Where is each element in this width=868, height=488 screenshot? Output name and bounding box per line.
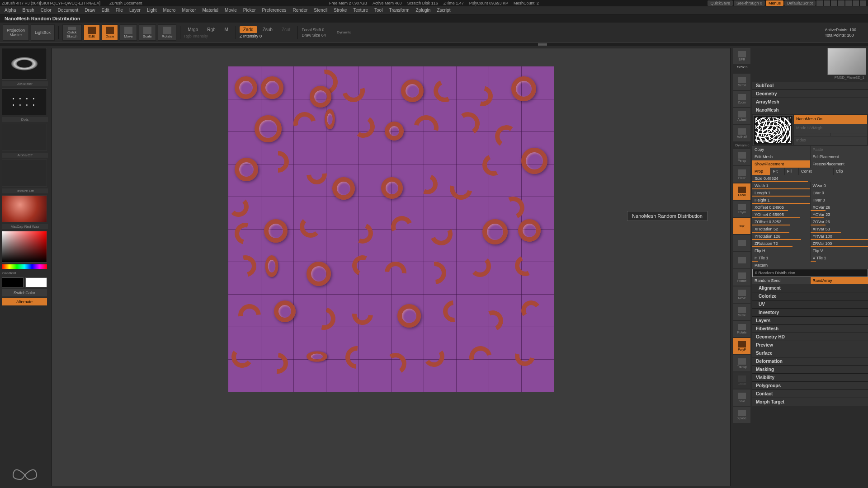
menu-alpha[interactable]: Alpha (2, 7, 19, 14)
draw-button[interactable]: Draw (102, 24, 118, 41)
alternate-button[interactable]: Alternate (2, 298, 47, 305)
editplacement-button[interactable]: EditPlacement (811, 153, 868, 160)
close-icon[interactable] (860, 0, 866, 6)
xovar-slider[interactable]: XOVar 26 (811, 204, 868, 211)
rgb-intensity-slider[interactable]: Rgb Intensity (184, 34, 232, 38)
lvar-slider[interactable]: LVar 0 (811, 189, 868, 197)
zoffset-slider[interactable]: ZOffset 0.3252 (752, 218, 810, 225)
swatch-black[interactable] (2, 277, 24, 287)
showplacement-button[interactable]: ShowPlacement (752, 160, 810, 168)
yrotation-slider[interactable]: YRotation 126 (752, 233, 810, 240)
section-inventory[interactable]: Inventory (752, 309, 868, 317)
minimize-icon[interactable] (845, 0, 852, 6)
ghost-button[interactable]: Ghost (733, 372, 750, 389)
paste-button[interactable]: Paste (811, 146, 868, 153)
rotate-axis-button[interactable] (733, 235, 750, 251)
section-surface[interactable]: Surface (752, 349, 868, 357)
copy-button[interactable]: Copy (752, 146, 810, 153)
material-thumbnail[interactable] (2, 195, 47, 222)
section-polygroups[interactable]: Polygroups (752, 382, 868, 390)
texture-thumbnail[interactable] (2, 160, 47, 187)
section-preview[interactable]: Preview (752, 341, 868, 349)
rotate-button[interactable]: Rotate (158, 24, 177, 41)
zintensity-slider[interactable]: Z Intensity 0 (240, 34, 294, 38)
spix-label[interactable]: SPix 3 (733, 65, 751, 69)
section-fibermesh[interactable]: FiberMesh (752, 325, 868, 333)
zrotation-slider[interactable]: ZRotation 72 (752, 240, 810, 247)
menu-zplugin[interactable]: Zplugin (413, 7, 434, 14)
zoom-button[interactable]: Zoom (733, 91, 750, 107)
menu-material[interactable]: Material (200, 7, 222, 14)
scale-button[interactable]: Scale (139, 24, 156, 41)
menu-tool[interactable]: Tool (372, 7, 385, 14)
window-icon[interactable] (831, 0, 837, 6)
editmesh-button[interactable]: Edit Mesh (752, 153, 810, 160)
menu-macro[interactable]: Macro (160, 7, 179, 14)
alpha-thumbnail[interactable] (2, 124, 47, 151)
section-deformation[interactable]: Deformation (752, 357, 868, 366)
menu-movie[interactable]: Movie (222, 7, 240, 14)
lightbox-button[interactable]: LightBox (31, 24, 55, 41)
menu-transform[interactable]: Transform (386, 7, 412, 14)
prop-tab[interactable]: Prop (752, 168, 770, 175)
hvar-slider[interactable]: HVar 0 (811, 197, 868, 204)
bpr-button[interactable]: BPR (733, 48, 750, 64)
xyz-button[interactable]: Xyz (733, 218, 750, 234)
menu-marker[interactable]: Marker (179, 7, 198, 14)
size-slider[interactable]: Size 0.48524 (752, 175, 868, 182)
random-seed-button[interactable]: Random Seed (752, 277, 810, 284)
window-icon[interactable] (824, 0, 830, 6)
gradient-label[interactable]: Gradient (2, 271, 48, 276)
index-label[interactable]: Index (794, 136, 867, 145)
tool-thumbnail[interactable] (827, 48, 866, 75)
yoffset-slider[interactable]: YOffset 0.65995 (752, 211, 810, 218)
solo-button[interactable]: Solo (733, 389, 750, 406)
randarray-button[interactable]: RandArray (811, 277, 868, 284)
m-tab[interactable]: M (221, 26, 232, 33)
nanomesh-thumbnail[interactable] (753, 115, 793, 145)
window-icon[interactable] (838, 0, 844, 6)
menu-render[interactable]: Render (290, 7, 311, 14)
section-subtool[interactable]: SubTool (752, 82, 868, 90)
menu-texture[interactable]: Texture (350, 7, 371, 14)
edit-button[interactable]: Edit (84, 24, 100, 41)
length-slider[interactable]: Length 1 (752, 189, 810, 197)
menu-light[interactable]: Light (144, 7, 160, 14)
aahalf-button[interactable]: AAHalf (733, 125, 750, 141)
zadd-tab[interactable]: Zadd (240, 26, 257, 33)
move-button[interactable]: Move (120, 24, 137, 41)
section-alignment[interactable]: Alignment (752, 284, 868, 292)
menu-stroke[interactable]: Stroke (331, 7, 349, 14)
flipv-button[interactable]: Flip V (811, 247, 868, 254)
lsym-button[interactable]: LSym (733, 201, 750, 217)
section-colorize[interactable]: Colorize (752, 292, 868, 300)
menu-edit[interactable]: Edit (99, 7, 112, 14)
section-geometryhd[interactable]: Geometry HD (752, 333, 868, 341)
section-visibility[interactable]: Visibility (752, 374, 868, 382)
section-uv[interactable]: UV (752, 300, 868, 309)
zcut-tab[interactable]: Zcut (278, 26, 294, 33)
menu-picker[interactable]: Picker (241, 7, 259, 14)
transp-button[interactable]: Transp (733, 355, 750, 371)
maximize-icon[interactable] (853, 0, 859, 6)
section-morphtarget[interactable]: Morph Target (752, 398, 868, 406)
draw-size-slider[interactable]: Draw Size 64 (302, 33, 326, 38)
scale-nav-button[interactable]: Scale (733, 304, 750, 320)
menu-color[interactable]: Color (38, 7, 54, 14)
htile-slider[interactable]: H Tile 1 (752, 254, 810, 262)
actual-button[interactable]: Actual (733, 108, 750, 124)
section-contact[interactable]: Contact (752, 390, 868, 398)
section-nanomesh[interactable]: NanoMesh (752, 106, 868, 114)
polyf-button[interactable]: PolyF (733, 338, 750, 354)
section-arraymesh[interactable]: ArrayMesh (752, 98, 868, 106)
section-masking[interactable]: Masking (752, 366, 868, 374)
script-button[interactable]: DefaultZScript (784, 0, 816, 6)
menu-brush[interactable]: Brush (20, 7, 37, 14)
xoffset-slider[interactable]: XOffset 0.24905 (752, 204, 810, 211)
xpose-button[interactable]: Xpose (733, 407, 750, 423)
const-tab[interactable]: Const (799, 168, 833, 175)
width-slider[interactable]: Width 1 (752, 182, 810, 189)
pattern-slider[interactable]: Pattern (752, 262, 868, 269)
menu-zscript[interactable]: Zscript (434, 7, 453, 14)
yovar-slider[interactable]: YOVar 23 (811, 211, 868, 218)
